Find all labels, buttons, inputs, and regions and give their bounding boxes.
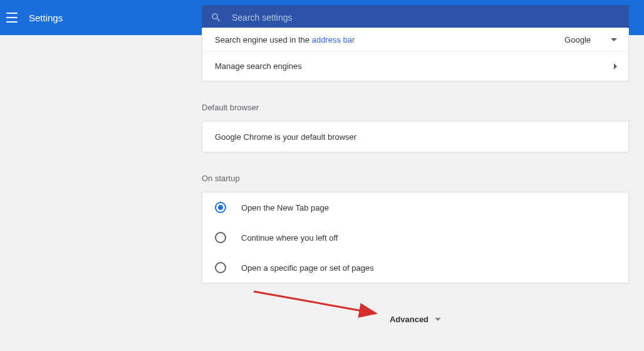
default-browser-card: Google Chrome is your default browser (202, 121, 629, 152)
radio-icon[interactable] (215, 202, 226, 213)
chevron-down-icon (435, 318, 441, 321)
search-engine-value: Google (564, 35, 591, 45)
default-browser-section-title: Default browser (202, 103, 629, 112)
page-title: Settings (29, 13, 63, 23)
startup-option-specific-pages[interactable]: Open a specific page or set of pages (202, 253, 628, 283)
search-input[interactable] (232, 13, 620, 23)
search-bar[interactable] (202, 5, 629, 31)
chevron-right-icon (614, 63, 617, 70)
manage-search-engines-row[interactable]: Manage search engines (202, 51, 628, 81)
startup-option-new-tab[interactable]: Open the New Tab page (202, 192, 628, 223)
chevron-down-icon (611, 38, 617, 41)
radio-icon[interactable] (215, 232, 226, 243)
search-icon (210, 12, 222, 23)
radio-icon[interactable] (215, 262, 226, 273)
hamburger-menu-icon[interactable] (6, 11, 19, 24)
on-startup-card: Open the New Tab page Continue where you… (202, 192, 629, 283)
startup-option-label: Continue where you left off (241, 233, 338, 243)
address-bar-link[interactable]: address bar (312, 35, 355, 45)
manage-search-engines-label: Manage search engines (215, 61, 616, 71)
on-startup-section-title: On startup (202, 174, 629, 183)
startup-option-continue[interactable]: Continue where you left off (202, 223, 628, 253)
advanced-label: Advanced (390, 315, 428, 324)
search-engine-selector-row[interactable]: Search engine used in the address bar Go… (202, 28, 628, 51)
default-browser-status-row: Google Chrome is your default browser (202, 122, 628, 152)
advanced-toggle[interactable]: Advanced (202, 315, 629, 324)
startup-option-label: Open a specific page or set of pages (241, 263, 374, 273)
search-engine-card: Search engine used in the address bar Go… (202, 28, 629, 81)
search-engine-label: Search engine used in the address bar (215, 35, 564, 45)
default-browser-status: Google Chrome is your default browser (215, 132, 616, 142)
settings-content: Search engine used in the address bar Go… (202, 28, 629, 324)
startup-option-label: Open the New Tab page (241, 203, 329, 212)
